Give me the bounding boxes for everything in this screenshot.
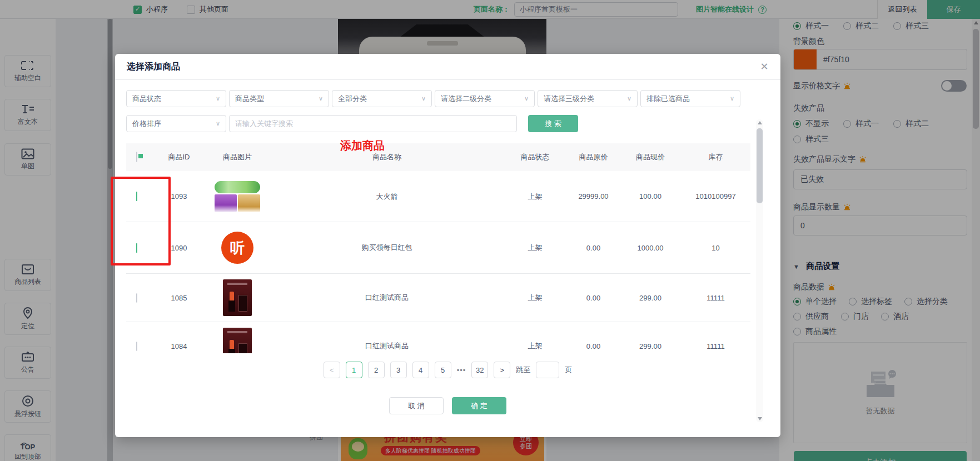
product-image [215, 181, 260, 212]
chevron-down-icon: ∨ [730, 95, 734, 102]
dialog-title: 选择添加商品 [127, 61, 180, 73]
page-unit-label: 页 [565, 365, 572, 375]
pagination: < 1 2 3 4 5 ••• 32 > 跳至 页 [126, 361, 769, 379]
table-row: 1084 口红测试商品 上架 0.00 299.00 11111 [126, 322, 750, 353]
scroll-up-arrow-icon[interactable] [758, 121, 762, 124]
row-checkbox[interactable] [136, 342, 137, 351]
table-row: 1085 口红测试商品 上架 0.00 299.00 11111 [126, 274, 750, 322]
pagination-ellipsis[interactable]: ••• [457, 366, 466, 374]
page-button-1[interactable]: 1 [346, 362, 362, 378]
row-checkbox[interactable] [136, 293, 137, 303]
filter-row: 商品状态∨ 商品类型∨ 全部分类∨ 请选择二级分类∨ 请选择三级分类∨ 排除已选… [126, 90, 769, 107]
table-scrollbar[interactable] [756, 119, 763, 422]
page-button-5[interactable]: 5 [435, 362, 451, 378]
jump-page-input[interactable] [536, 362, 559, 378]
select-product-dialog: 选择添加商品 ✕ 商品状态∨ 商品类型∨ 全部分类∨ 请选择二级分类∨ 请选择三… [115, 54, 780, 437]
annotation-add-product-text: 添加商品 [340, 138, 385, 153]
chevron-down-icon: ∨ [524, 95, 529, 102]
page: 小程序 其他页面 页面名称： 图片智能在线设计 ? 返回列表 保存 辅助空白 富… [0, 0, 980, 461]
select-all-checkbox[interactable] [136, 152, 137, 162]
page-button-4[interactable]: 4 [412, 362, 429, 378]
exclude-selected-select[interactable]: 排除已选商品∨ [640, 90, 740, 107]
close-icon[interactable]: ✕ [758, 61, 770, 73]
search-button[interactable]: 搜 索 [528, 115, 578, 132]
jump-to-label: 跳至 [516, 365, 530, 375]
table-scrollbar-thumb[interactable] [757, 128, 763, 203]
chevron-down-icon: ∨ [319, 95, 323, 102]
table-row: 1093 大火箭 上架 29999.00 100.00 1010100997 [126, 171, 750, 222]
page-button-3[interactable]: 3 [390, 362, 407, 378]
next-page-button[interactable]: > [494, 362, 510, 378]
chevron-down-icon: ∨ [216, 120, 220, 127]
confirm-button[interactable]: 确 定 [452, 397, 506, 414]
chevron-down-icon: ∨ [627, 95, 631, 102]
page-button-32[interactable]: 32 [471, 362, 488, 378]
annotation-highlight-rect [111, 177, 171, 265]
product-type-select[interactable]: 商品类型∨ [229, 90, 329, 107]
table-header-row: 商品ID 商品图片 商品名称 商品状态 商品原价 商品现价 库存 [126, 143, 750, 171]
product-status-select[interactable]: 商品状态∨ [126, 90, 226, 107]
product-table: 商品ID 商品图片 商品名称 商品状态 商品原价 商品现价 库存 1093 大火… [126, 143, 750, 353]
product-image [223, 328, 252, 353]
price-sort-select[interactable]: 价格排序∨ [126, 115, 226, 132]
keyword-search-input[interactable] [229, 115, 517, 132]
cancel-button[interactable]: 取 消 [389, 397, 444, 414]
table-row: 1090 听 购买领每日红包 上架 0.00 1000.00 10 [126, 222, 750, 274]
product-image [223, 279, 252, 316]
dialog-header: 选择添加商品 ✕ [115, 54, 780, 80]
page-button-2[interactable]: 2 [368, 362, 385, 378]
product-image: 听 [221, 232, 253, 264]
category-select[interactable]: 全部分类∨ [332, 90, 432, 107]
third-category-select[interactable]: 请选择三级分类∨ [538, 90, 638, 107]
scroll-down-arrow-icon[interactable] [758, 417, 762, 420]
subcategory-select[interactable]: 请选择二级分类∨ [435, 90, 535, 107]
chevron-down-icon: ∨ [216, 95, 220, 102]
prev-page-button[interactable]: < [324, 362, 340, 378]
chevron-down-icon: ∨ [421, 95, 426, 102]
